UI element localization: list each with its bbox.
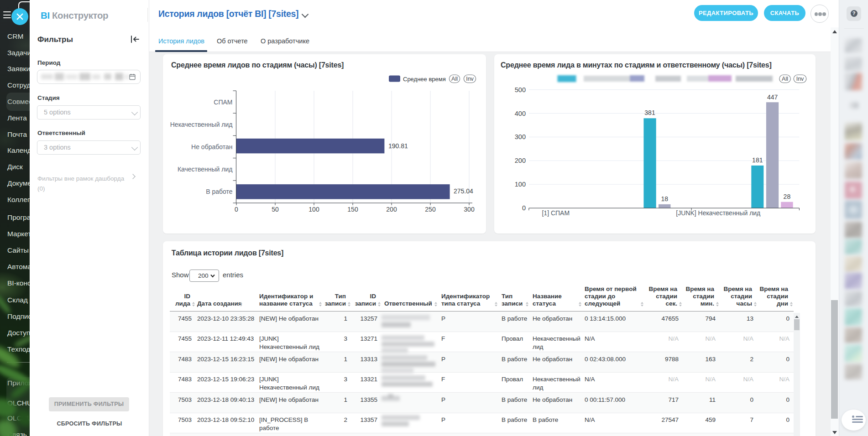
svg-text:200: 200 bbox=[386, 206, 397, 213]
svg-text:[1] СПАМ: [1] СПАМ bbox=[542, 209, 570, 217]
svg-text:190.81: 190.81 bbox=[388, 142, 408, 150]
svg-text:28: 28 bbox=[784, 193, 791, 200]
svg-text:All: All bbox=[451, 76, 458, 82]
svg-text:400: 400 bbox=[515, 110, 526, 117]
svg-text:Качественный лид: Качественный лид bbox=[178, 166, 233, 173]
svg-text:181: 181 bbox=[752, 156, 763, 164]
svg-text:Inv: Inv bbox=[796, 76, 804, 82]
svg-text:447: 447 bbox=[767, 93, 778, 101]
svg-text:Inv: Inv bbox=[466, 76, 474, 82]
svg-text:СПАМ: СПАМ bbox=[214, 99, 232, 106]
svg-text:100: 100 bbox=[309, 206, 319, 213]
svg-text:Некачественный лид: Некачественный лид bbox=[170, 121, 233, 128]
svg-text:250: 250 bbox=[425, 206, 436, 213]
svg-text:Среднее время: Среднее время bbox=[403, 76, 446, 83]
svg-text:500: 500 bbox=[515, 86, 526, 93]
svg-text:18: 18 bbox=[661, 195, 668, 202]
svg-text:100: 100 bbox=[515, 181, 526, 188]
svg-text:150: 150 bbox=[347, 206, 358, 213]
svg-text:300: 300 bbox=[464, 206, 475, 213]
svg-text:200: 200 bbox=[515, 157, 526, 164]
svg-text:В работе: В работе bbox=[206, 188, 233, 195]
svg-text:381: 381 bbox=[644, 109, 655, 116]
svg-text:50: 50 bbox=[272, 206, 279, 213]
svg-text:0: 0 bbox=[235, 206, 238, 213]
svg-text:[JUNK] Некачественный лид: [JUNK] Некачественный лид bbox=[676, 209, 760, 217]
svg-text:All: All bbox=[782, 76, 788, 82]
svg-text:0: 0 bbox=[522, 204, 526, 212]
svg-text:Не обработан: Не обработан bbox=[191, 143, 232, 151]
svg-text:275.04: 275.04 bbox=[454, 187, 473, 195]
svg-text:300: 300 bbox=[515, 133, 526, 140]
